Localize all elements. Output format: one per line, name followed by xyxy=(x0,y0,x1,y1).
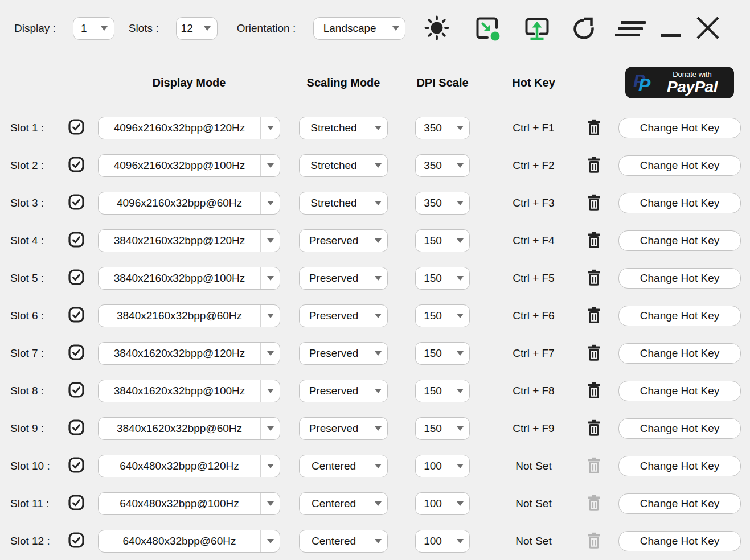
dpi-scale-value: 150 xyxy=(416,343,450,364)
slot-row: Slot 4 :3840x2160x32bpp@120HzPreserved15… xyxy=(0,229,750,252)
slot-enabled-checkbox[interactable] xyxy=(68,532,84,550)
dpi-scale-select[interactable]: 100 xyxy=(415,455,470,477)
scaling-mode-value: Centered xyxy=(300,493,368,514)
change-hotkey-button[interactable]: Change Hot Key xyxy=(618,268,741,289)
change-hotkey-button[interactable]: Change Hot Key xyxy=(618,531,741,551)
chevron-down-icon xyxy=(368,155,387,176)
slot-enabled-checkbox[interactable] xyxy=(68,307,84,325)
change-hotkey-button[interactable]: Change Hot Key xyxy=(618,381,741,401)
change-hotkey-button[interactable]: Change Hot Key xyxy=(618,456,741,476)
display-mode-value: 3840x2160x32bpp@120Hz xyxy=(99,230,260,252)
display-mode-select[interactable]: 3840x2160x32bpp@120Hz xyxy=(98,229,280,252)
dpi-scale-select[interactable]: 100 xyxy=(415,492,470,515)
slot-enabled-checkbox[interactable] xyxy=(68,344,84,363)
app-window: Display : 1 Slots : 12 Orientation : Lan… xyxy=(0,0,750,560)
delete-hotkey-button[interactable] xyxy=(586,269,602,288)
display-mode-select[interactable]: 3840x1620x32bpp@60Hz xyxy=(98,417,280,440)
slot-enabled-checkbox[interactable] xyxy=(68,495,84,513)
slot-enabled-checkbox[interactable] xyxy=(68,157,84,175)
slot-enabled-checkbox[interactable] xyxy=(68,119,84,137)
dpi-scale-select[interactable]: 350 xyxy=(415,117,470,139)
display-mode-select[interactable]: 4096x2160x32bpp@100Hz xyxy=(98,154,280,177)
dpi-scale-select[interactable]: 350 xyxy=(415,192,470,215)
display-mode-select[interactable]: 4096x2160x32bpp@60Hz xyxy=(98,192,280,215)
display-mode-select[interactable]: 3840x2160x32bpp@100Hz xyxy=(98,267,280,290)
close-button[interactable] xyxy=(695,15,721,43)
chevron-down-icon xyxy=(260,418,280,439)
display-mode-select[interactable]: 640x480x32bpp@100Hz xyxy=(98,492,280,515)
change-hotkey-button[interactable]: Change Hot Key xyxy=(618,193,741,213)
delete-hotkey-button[interactable] xyxy=(586,382,602,401)
change-hotkey-button[interactable]: Change Hot Key xyxy=(618,493,741,514)
chevron-down-icon xyxy=(198,18,217,39)
slot-enabled-checkbox[interactable] xyxy=(68,382,84,400)
dpi-scale-select[interactable]: 350 xyxy=(415,154,470,177)
delete-hotkey-button[interactable] xyxy=(586,419,602,438)
dpi-scale-select[interactable]: 150 xyxy=(415,380,470,402)
display-mode-select[interactable]: 640x480x32bpp@120Hz xyxy=(98,455,280,477)
scaling-mode-select[interactable]: Preserved xyxy=(299,304,388,327)
change-hotkey-button[interactable]: Change Hot Key xyxy=(618,343,741,364)
dpi-scale-select[interactable]: 150 xyxy=(415,417,470,440)
display-mode-value: 640x480x32bpp@60Hz xyxy=(99,530,260,552)
scaling-mode-select[interactable]: Centered xyxy=(299,530,388,553)
trash-icon xyxy=(587,495,601,513)
scaling-mode-select[interactable]: Stretched xyxy=(299,117,388,139)
delete-hotkey-button[interactable] xyxy=(586,119,602,138)
scaling-mode-select[interactable]: Preserved xyxy=(299,380,388,402)
chevron-down-icon xyxy=(386,18,405,39)
display-mode-select[interactable]: 3840x1620x32bpp@100Hz xyxy=(98,380,280,402)
scaling-mode-select[interactable]: Stretched xyxy=(299,154,388,177)
dpi-scale-select[interactable]: 150 xyxy=(415,267,470,290)
display-select[interactable]: 1 xyxy=(73,17,114,40)
dpi-scale-select[interactable]: 150 xyxy=(415,304,470,327)
slot-enabled-checkbox[interactable] xyxy=(68,457,84,475)
scaling-mode-select[interactable]: Stretched xyxy=(299,192,388,215)
display-mode-select[interactable]: 4096x2160x32bpp@120Hz xyxy=(98,117,280,139)
slot-enabled-checkbox[interactable] xyxy=(68,232,84,250)
delete-hotkey-button[interactable] xyxy=(586,194,602,213)
scaling-mode-select[interactable]: Centered xyxy=(299,455,388,477)
scaling-mode-select[interactable]: Preserved xyxy=(299,342,388,365)
change-hotkey-button[interactable]: Change Hot Key xyxy=(618,230,741,251)
display-mode-value: 3840x2160x32bpp@60Hz xyxy=(99,305,260,327)
change-hotkey-button[interactable]: Change Hot Key xyxy=(618,155,741,176)
delete-hotkey-button[interactable] xyxy=(586,232,602,250)
scaling-mode-value: Centered xyxy=(300,530,368,552)
chevron-down-icon xyxy=(450,493,469,514)
scaling-mode-select[interactable]: Centered xyxy=(299,492,388,515)
paypal-donate-button[interactable]: P P Donate with PayPal xyxy=(625,67,734,98)
change-hotkey-button[interactable]: Change Hot Key xyxy=(618,306,741,326)
scaling-mode-select[interactable]: Preserved xyxy=(299,417,388,440)
minimize-button[interactable] xyxy=(661,20,681,37)
menu-button[interactable] xyxy=(615,21,644,36)
display-mode-select[interactable]: 640x480x32bpp@60Hz xyxy=(98,530,280,553)
change-hotkey-button[interactable]: Change Hot Key xyxy=(618,118,741,138)
dpi-scale-select[interactable]: 150 xyxy=(415,342,470,365)
refresh-button[interactable] xyxy=(569,15,598,43)
dpi-scale-value: 350 xyxy=(416,117,450,139)
menu-icon xyxy=(615,21,644,36)
checkmark-icon xyxy=(68,532,84,550)
orientation-select[interactable]: Landscape xyxy=(313,17,405,40)
column-header-hot-key: Hot Key xyxy=(485,76,582,89)
dpi-scale-select[interactable]: 100 xyxy=(415,530,470,553)
slot-enabled-checkbox[interactable] xyxy=(68,194,84,212)
checkmark-icon xyxy=(68,269,84,287)
slots-select[interactable]: 12 xyxy=(176,17,218,40)
delete-hotkey-button[interactable] xyxy=(586,307,602,326)
dpi-scale-select[interactable]: 150 xyxy=(415,229,470,252)
chevron-down-icon xyxy=(450,117,469,139)
scaling-mode-select[interactable]: Preserved xyxy=(299,229,388,252)
brightness-button[interactable] xyxy=(424,15,450,43)
scaling-mode-select[interactable]: Preserved xyxy=(299,267,388,290)
slot-enabled-checkbox[interactable] xyxy=(68,269,84,287)
display-mode-select[interactable]: 3840x1620x32bpp@120Hz xyxy=(98,342,280,365)
delete-hotkey-button[interactable] xyxy=(586,157,602,175)
slot-enabled-checkbox[interactable] xyxy=(68,419,84,438)
minimize-to-tray-button[interactable] xyxy=(474,15,501,43)
delete-hotkey-button[interactable] xyxy=(586,344,602,363)
restore-display-button[interactable] xyxy=(523,15,551,43)
change-hotkey-button[interactable]: Change Hot Key xyxy=(618,418,741,439)
display-mode-select[interactable]: 3840x2160x32bpp@60Hz xyxy=(98,304,280,327)
